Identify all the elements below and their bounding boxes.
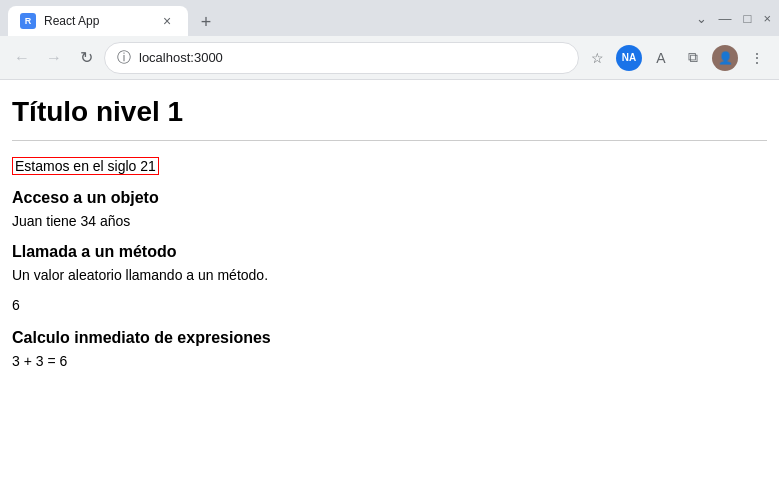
section-heading-0: Acceso a un objeto <box>12 189 767 207</box>
title-bar: R React App × + ⌄ — □ × <box>0 0 779 36</box>
close-window-button[interactable]: × <box>763 11 771 26</box>
page-content: Título nivel 1 Estamos en el siglo 21 Ac… <box>0 80 779 504</box>
profile-avatar[interactable]: NA <box>615 44 643 72</box>
window-controls: ⌄ — □ × <box>696 11 771 26</box>
section-heading-2: Calculo inmediato de expresiones <box>12 329 767 347</box>
back-icon: ← <box>14 49 30 67</box>
translate-button[interactable]: A <box>647 44 675 72</box>
page-divider <box>12 140 767 141</box>
tab-favicon: R <box>20 13 36 29</box>
forward-icon: → <box>46 49 62 67</box>
menu-button[interactable]: ⋮ <box>743 44 771 72</box>
menu-icon: ⋮ <box>750 50 764 66</box>
refresh-icon: ↻ <box>80 48 93 67</box>
page-h1: Título nivel 1 <box>12 96 767 128</box>
highlight-text: Estamos en el siglo 21 <box>12 157 159 175</box>
secure-icon: ⓘ <box>117 49 131 67</box>
nav-bar: ← → ↻ ⓘ localhost:3000 ☆ NA A ⧉ � <box>0 36 779 80</box>
bookmark-button[interactable]: ☆ <box>583 44 611 72</box>
new-tab-button[interactable]: + <box>192 8 220 36</box>
avatar-icon: NA <box>616 45 642 71</box>
star-icon: ☆ <box>591 50 604 66</box>
tabs-area: R React App × + <box>8 0 220 36</box>
restore-button[interactable]: □ <box>744 11 752 26</box>
active-tab[interactable]: R React App × <box>8 6 188 36</box>
tab-close-button[interactable]: × <box>158 12 176 30</box>
translate-icon: A <box>656 50 665 66</box>
extensions-icon: ⧉ <box>688 49 698 66</box>
back-button[interactable]: ← <box>8 44 36 72</box>
refresh-button[interactable]: ↻ <box>72 44 100 72</box>
minimize-button[interactable]: — <box>719 11 732 26</box>
section-text-1-0: Un valor aleatorio llamando a un método. <box>12 267 767 283</box>
chevron-icon[interactable]: ⌄ <box>696 11 707 26</box>
user-profile-button[interactable]: 👤 <box>711 44 739 72</box>
address-bar[interactable]: ⓘ localhost:3000 <box>104 42 579 74</box>
extensions-button[interactable]: ⧉ <box>679 44 707 72</box>
nav-right-icons: ☆ NA A ⧉ 👤 ⋮ <box>583 44 771 72</box>
address-text: localhost:3000 <box>139 50 223 65</box>
browser-chrome: R React App × + ⌄ — □ × ← → ↻ ⓘ localhos… <box>0 0 779 80</box>
tab-title-label: React App <box>44 14 150 28</box>
profile-photo: 👤 <box>712 45 738 71</box>
section-heading-1: Llamada a un método <box>12 243 767 261</box>
section-value-1-1: 6 <box>12 297 767 313</box>
section-text-2-0: 3 + 3 = 6 <box>12 353 767 369</box>
forward-button[interactable]: → <box>40 44 68 72</box>
section-text-0-0: Juan tiene 34 años <box>12 213 767 229</box>
